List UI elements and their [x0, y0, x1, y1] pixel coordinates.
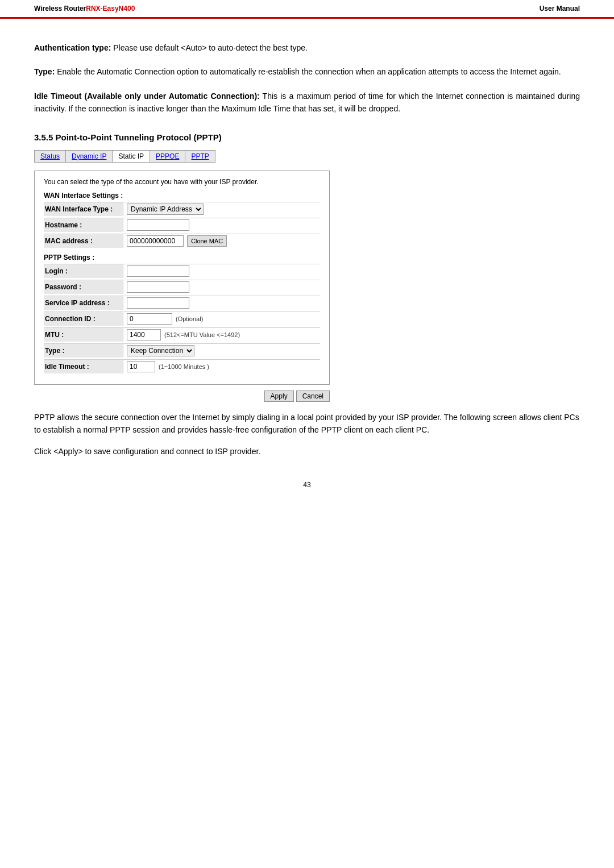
login-input[interactable] [127, 265, 189, 277]
clone-mac-button[interactable]: Clone MAC [187, 235, 227, 247]
connection-id-row: Connection ID : (Optional) [44, 312, 320, 326]
idle-timeout-row-label: Idle Timeout : [44, 360, 123, 373]
service-ip-row: Service IP address : [44, 296, 320, 310]
tab-pppoe[interactable]: PPPOE [150, 151, 185, 162]
body-para-2: Click <Apply> to save configuration and … [34, 445, 580, 458]
header-left: Wireless RouterRNX-EasyN400 [34, 5, 135, 13]
main-content: Authentication type: Please use default … [0, 30, 614, 512]
idle-timeout-input[interactable] [127, 361, 155, 372]
type-label: Type: [34, 67, 55, 76]
login-row: Login : [44, 264, 320, 278]
pptp-section-label: PPTP Settings : [44, 254, 320, 261]
page-header: Wireless RouterRNX-EasyN400 User Manual [0, 0, 614, 19]
type-para: Type: Enable the Automatic Connection op… [34, 65, 580, 78]
login-control[interactable] [123, 264, 320, 278]
form-intro: You can select the type of the account y… [44, 178, 320, 186]
type-row: Type : Keep Connection [44, 343, 320, 358]
service-ip-label: Service IP address : [44, 296, 123, 310]
service-ip-input[interactable] [127, 297, 189, 309]
connection-id-input[interactable] [127, 313, 172, 325]
mtu-input[interactable] [127, 329, 161, 340]
connection-id-label: Connection ID : [44, 312, 123, 326]
cancel-button[interactable]: Cancel [296, 391, 330, 402]
password-row: Password : [44, 280, 320, 294]
type-select[interactable]: Keep Connection [127, 345, 194, 356]
header-product-brand: RNX-EasyN400 [86, 5, 135, 13]
connection-id-control: (Optional) [123, 312, 320, 326]
tab-static-ip[interactable]: Static IP [113, 151, 150, 162]
password-control[interactable] [123, 280, 320, 294]
auth-type-para: Authentication type: Please use default … [34, 41, 580, 54]
apply-button[interactable]: Apply [264, 391, 294, 402]
hostname-control[interactable] [123, 218, 320, 232]
auth-type-label: Authentication type: [34, 43, 111, 52]
connection-id-hint: (Optional) [176, 315, 203, 322]
type-text: Enable the Automatic Connection option t… [55, 67, 561, 76]
wan-interface-type-control[interactable]: Dynamic IP Address [123, 202, 320, 216]
header-right: User Manual [540, 5, 580, 13]
type-row-label: Type : [44, 344, 123, 358]
wan-interface-type-select[interactable]: Dynamic IP Address [127, 203, 204, 215]
wan-interface-type-label: WAN Interface Type : [44, 202, 123, 216]
tab-status[interactable]: Status [35, 151, 66, 162]
mac-address-label: MAC address : [44, 234, 123, 248]
idle-timeout-para: Idle Timeout (Available only under Autom… [34, 90, 580, 115]
form-button-row: Apply Cancel [34, 391, 330, 402]
tab-dynamic-ip[interactable]: Dynamic IP [66, 151, 113, 162]
mtu-control: (512<=MTU Value <=1492) [123, 328, 320, 342]
mtu-row: MTU : (512<=MTU Value <=1492) [44, 327, 320, 342]
wan-interface-type-row: WAN Interface Type : Dynamic IP Address [44, 202, 320, 216]
wan-section-label: WAN Interface Settings : [44, 192, 320, 200]
pptp-form-box: You can select the type of the account y… [34, 171, 330, 385]
hostname-row: Hostname : [44, 218, 320, 232]
mtu-hint: (512<=MTU Value <=1492) [164, 331, 240, 338]
mac-address-input[interactable] [127, 235, 184, 247]
login-label: Login : [44, 264, 123, 278]
idle-timeout-hint: (1~1000 Minutes ) [159, 363, 209, 370]
service-ip-control[interactable] [123, 296, 320, 310]
header-product-plain: Wireless Router [34, 5, 86, 13]
idle-timeout-label: Idle Timeout (Available only under Autom… [34, 92, 260, 101]
hostname-input[interactable] [127, 219, 189, 231]
page-number: 43 [34, 481, 580, 489]
idle-timeout-row: Idle Timeout : (1~1000 Minutes ) [44, 359, 320, 373]
password-label: Password : [44, 280, 123, 294]
tab-pptp[interactable]: PPTP [185, 151, 214, 162]
type-row-control[interactable]: Keep Connection [123, 344, 320, 358]
mac-address-control: Clone MAC [123, 234, 320, 248]
auth-type-text: Please use default <Auto> to auto-detect… [111, 43, 308, 52]
hostname-label: Hostname : [44, 218, 123, 232]
body-para-1: PPTP allows the secure connection over t… [34, 411, 580, 437]
tab-bar: Status Dynamic IP Static IP PPPOE PPTP [34, 150, 215, 163]
mtu-label: MTU : [44, 328, 123, 342]
mac-address-row: MAC address : Clone MAC [44, 234, 320, 248]
password-input[interactable] [127, 281, 189, 293]
section-heading: 3.5.5 Point-to-Point Tunneling Protocol … [34, 132, 580, 142]
idle-timeout-control: (1~1000 Minutes ) [123, 360, 320, 373]
